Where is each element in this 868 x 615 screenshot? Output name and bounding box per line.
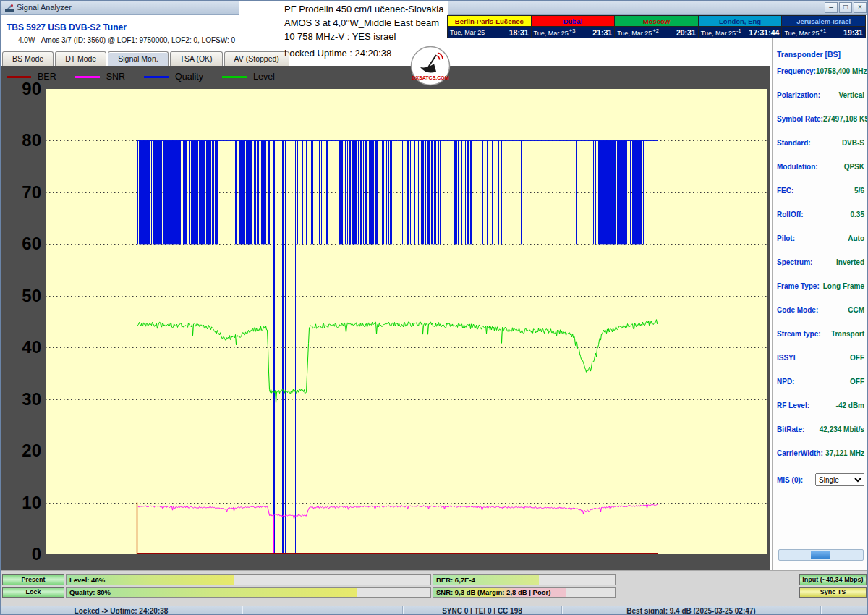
bottom-statusbar: Locked -> Uptime: 24:20:38 SYNC 0 | TEI … xyxy=(1,606,868,615)
clock-body: Tue, Mar 25+220:31 xyxy=(615,27,698,38)
transponder-row-carrierwidth: CarrierWidth:37,121 MHz xyxy=(773,449,868,457)
mis-row: MIS (0): Single xyxy=(773,473,868,486)
transponder-label: Frame Type: xyxy=(777,282,820,290)
clock-dubai: DubaiTue, Mar 25+321:31 xyxy=(532,16,616,38)
world-clocks: Berlin-Paris-LučenecTue, Mar 2518:31Duba… xyxy=(447,15,866,38)
transponder-label: Spectrum: xyxy=(777,258,812,266)
legend-item-snr: SNR xyxy=(75,72,125,82)
transponder-value: OFF xyxy=(850,378,864,386)
clock-date: Tue, Mar 25+1 xyxy=(784,27,826,37)
chart-panel: BERSNRQualityLevel 0102030405060708090 xyxy=(1,66,770,570)
clock-date: Tue, Mar 25 xyxy=(450,29,485,36)
transponder-title: Transponder [BS] xyxy=(777,50,868,59)
clock-time: 19:31 xyxy=(843,28,863,37)
window-title: Signal Analyzer xyxy=(17,3,72,12)
y-tick-label-20: 20 xyxy=(1,441,41,461)
locked-uptime-text: Locked Uptime : 24:20:38 xyxy=(284,48,391,59)
site-line-1: PF Prodelin 450 cm/Lučenec-Slovakia xyxy=(284,2,443,16)
legend-item-quality: Quality xyxy=(144,72,203,82)
clock-moscow: MoscowTue, Mar 25+220:31 xyxy=(615,16,699,38)
site-info-box: PF Prodelin 450 cm/Lučenec-Slovakia AMOS… xyxy=(239,1,448,51)
transponder-label: Symbol Rate: xyxy=(777,115,823,123)
sync-ts-indicator: Sync TS xyxy=(799,587,867,598)
signal-plot xyxy=(46,89,767,554)
transponder-label: RF Level: xyxy=(777,402,809,410)
y-tick-label-70: 70 xyxy=(1,182,41,203)
tab-bar: BS ModeDT ModeSignal Mon.TSA (OK)AV (Sto… xyxy=(2,51,289,66)
transponder-row-rolloff: RollOff:0.35 xyxy=(773,211,868,219)
clock-utc-offset: -1 xyxy=(736,27,741,34)
clock-body: Tue, Mar 2518:31 xyxy=(448,27,531,38)
tuner-subtitle: 4.0W - Amos 3/7 (ID: 3560) @ LOF1: 97500… xyxy=(18,36,235,44)
transponder-value: 10758,400 MHz xyxy=(816,67,867,75)
transponder-label: CarrierWidth: xyxy=(777,449,823,457)
tab-av-stopped[interactable]: AV (Stopped) xyxy=(224,51,289,66)
transponder-label: BitRate: xyxy=(777,425,804,433)
mis-select[interactable]: Single xyxy=(815,473,864,486)
clock-city-label: Moscow xyxy=(615,16,698,27)
sidebar-progress-chunk xyxy=(811,551,830,559)
legend-line-snr xyxy=(75,76,100,78)
transponder-row-symbol-rate: Symbol Rate:27497,108 KS/s xyxy=(773,115,868,123)
present-indicator: Present xyxy=(2,574,64,585)
y-tick-label-10: 10 xyxy=(1,493,41,513)
tuner-title: TBS 5927 USB DVB-S2 Tuner xyxy=(7,22,127,33)
tab-dt-mode[interactable]: DT Mode xyxy=(55,51,106,66)
clock-date: Tue, Mar 25+2 xyxy=(617,27,659,37)
clock-time: 18:31 xyxy=(509,28,529,37)
transponder-label: ISSYI xyxy=(777,354,796,362)
y-tick-label-50: 50 xyxy=(1,286,41,306)
transponder-value: 5/6 xyxy=(854,187,864,195)
status-strip: Present Level: 46% BER: 6,7E-4 Input (~4… xyxy=(1,570,868,606)
transponder-value: Vertical xyxy=(838,91,864,99)
transponder-row-issyi: ISSYIOFF xyxy=(773,354,868,362)
window-buttons: – □ × xyxy=(825,2,867,13)
input-indicator: Input (~40,34 Mbps) xyxy=(799,574,867,585)
statusbar-grip xyxy=(821,606,868,615)
site-line-3: 10 758 MHz-V : YES israel xyxy=(284,30,443,43)
transponder-value: 0.35 xyxy=(851,211,864,219)
clock-london-eng: London, EngTue, Mar 25-117:31:44 xyxy=(699,16,783,38)
transponder-rows: Frequency:10758,400 MHzPolarization:Vert… xyxy=(773,67,868,457)
y-tick-label-40: 40 xyxy=(1,337,41,357)
transponder-row-rf-level: RF Level:-42 dBm xyxy=(773,402,868,410)
clock-date: Tue, Mar 25-1 xyxy=(701,27,741,37)
clock-body: Tue, Mar 25-117:31:44 xyxy=(699,27,782,38)
statusbar-best-signal: Best signal: 9,4 dB (2025-03-25 02:47) xyxy=(562,606,821,615)
transponder-sidebar: Transponder [BS] Frequency:10758,400 MHz… xyxy=(772,38,868,570)
close-button[interactable]: × xyxy=(854,2,867,13)
transponder-value: Auto xyxy=(848,234,864,242)
transponder-row-spectrum: Spectrum:Inverted xyxy=(773,258,868,266)
transponder-value: Transport xyxy=(831,330,864,338)
transponder-row-polarization: Polarization:Vertical xyxy=(773,91,868,99)
transponder-label: Stream type: xyxy=(777,330,821,338)
transponder-value: -42 dBm xyxy=(836,402,864,410)
transponder-value: DVB-S xyxy=(842,139,864,147)
transponder-label: RollOff: xyxy=(777,211,804,219)
tab-tsa-ok[interactable]: TSA (OK) xyxy=(170,51,223,66)
legend-label: Quality xyxy=(175,72,203,82)
snr-bar: SNR: 9,3 dB (Margin: 2,8 dB | Poor) xyxy=(433,587,616,598)
transponder-row-standard: Standard:DVB-S xyxy=(773,139,868,147)
minimize-button[interactable]: – xyxy=(825,2,838,13)
clock-utc-offset: +1 xyxy=(820,27,827,34)
tab-signal-mon[interactable]: Signal Mon. xyxy=(108,51,168,66)
legend-line-quality xyxy=(144,76,169,78)
legend-line-ber xyxy=(7,76,31,78)
level-bar-label: Level: 46% xyxy=(69,576,105,584)
transponder-value: 27497,108 KS/s xyxy=(823,115,868,123)
statusbar-spacer xyxy=(242,606,403,615)
transponder-row-stream-type: Stream type:Transport xyxy=(773,330,868,338)
clock-city-label: Jerusalem-Israel xyxy=(782,16,865,27)
snr-bar-label: SNR: 9,3 dB (Margin: 2,8 dB | Poor) xyxy=(436,588,550,596)
signal-analyzer-window: Signal Analyzer – □ × TBS 5927 USB DVB-S… xyxy=(0,0,868,615)
clock-time: 17:31:44 xyxy=(749,28,779,37)
transponder-label: Standard: xyxy=(777,139,811,147)
maximize-button[interactable]: □ xyxy=(839,2,852,13)
transponder-label: Code Mode: xyxy=(777,306,818,314)
y-tick-label-90: 90 xyxy=(1,79,41,99)
statusbar-sync-counters: SYNC 0 | TEI 0 | CC 198 xyxy=(403,606,562,615)
transponder-value: Inverted xyxy=(836,258,864,266)
legend-label: Level xyxy=(253,72,275,82)
tab-bs-mode[interactable]: BS Mode xyxy=(2,51,54,66)
